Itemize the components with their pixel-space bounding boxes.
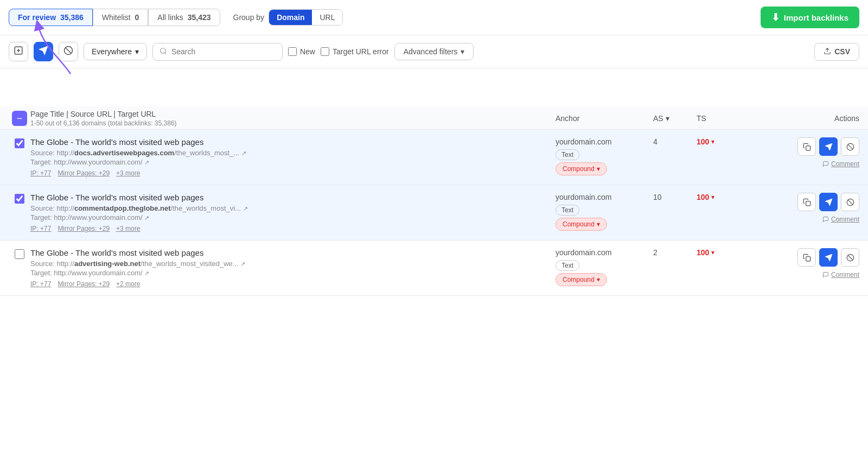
tab-whitelist[interactable]: Whitelist 0	[93, 9, 149, 26]
new-checkbox[interactable]	[288, 47, 297, 56]
send-btn-2[interactable]	[819, 248, 838, 267]
row-anchor-0: yourdomain.com Text Compound ▾	[556, 137, 653, 175]
row-checkbox-2[interactable]	[9, 248, 30, 259]
tab-all-links[interactable]: All links 35,423	[148, 9, 220, 26]
th-main: Page Title | Source URL | Target URL 1-5…	[30, 110, 556, 127]
comment-link-2[interactable]: Comment	[822, 271, 859, 279]
row-main-1: The Globe - The world's most visited web…	[30, 193, 556, 232]
row-title-0: The Globe - The world's most visited web…	[30, 137, 556, 147]
block-icon-btn[interactable]	[59, 42, 78, 61]
block-btn-0[interactable]	[841, 137, 859, 156]
send-icon	[39, 46, 48, 58]
row-as-2: 2	[653, 248, 697, 257]
tag-compound-1[interactable]: Compound ▾	[556, 218, 607, 231]
send-icon-btn[interactable]	[34, 42, 53, 61]
comment-label-1: Comment	[831, 216, 859, 223]
tab-for-review[interactable]: For review 35,386	[9, 9, 93, 26]
th-checkbox: −	[9, 111, 30, 126]
send-btn-0[interactable]	[819, 137, 838, 156]
more-link-2[interactable]: +2 more	[116, 280, 140, 288]
external-link-icon-target: ↗	[144, 270, 149, 276]
row-meta-0: IP: +77 Mirror Pages: +29 +3 more	[30, 169, 556, 177]
export-icon	[14, 46, 23, 58]
target-url-error-checkbox-label[interactable]: Target URL error	[321, 47, 389, 56]
comment-link-0[interactable]: Comment	[822, 160, 859, 168]
row-checkbox-0[interactable]	[9, 137, 30, 148]
th-ts: TS	[697, 114, 751, 123]
svg-line-4	[165, 52, 167, 54]
copy-btn-2[interactable]	[797, 248, 816, 267]
more-link-0[interactable]: +3 more	[116, 169, 140, 177]
comment-link-1[interactable]: Comment	[822, 216, 859, 223]
th-anchor: Anchor	[556, 114, 653, 123]
row-ts-0: 100 ▾	[697, 137, 751, 146]
filter-bar: Everywhere ▾ New Target URL error Advanc…	[0, 35, 868, 68]
actions-row-0	[797, 137, 859, 156]
target-url-error-checkbox[interactable]	[321, 47, 329, 56]
external-link-icon-target: ↗	[144, 214, 149, 221]
th-as[interactable]: AS ▾	[653, 114, 697, 123]
row-meta-2: IP: +77 Mirror Pages: +29 +2 more	[30, 280, 556, 288]
csv-export-btn[interactable]: CSV	[814, 43, 859, 61]
mirror-pages-link-1[interactable]: Mirror Pages: +29	[58, 225, 110, 232]
chevron-down-icon-compound: ▾	[597, 220, 600, 228]
row-title-1: The Globe - The world's most visited web…	[30, 193, 556, 202]
row-source-1: Source: http://commentadpop.theglobe.net…	[30, 204, 556, 212]
ts-chevron-2[interactable]: ▾	[711, 249, 714, 256]
ts-chevron-0[interactable]: ▾	[711, 138, 714, 146]
chevron-down-icon-as: ▾	[666, 114, 669, 123]
table-header: − Page Title | Source URL | Target URL 1…	[0, 106, 868, 130]
external-link-icon: ↗	[243, 205, 248, 212]
mirror-pages-link-2[interactable]: Mirror Pages: +29	[58, 280, 110, 288]
anchor-domain-2: yourdomain.com	[556, 248, 653, 257]
row-anchor-1: yourdomain.com Text Compound ▾	[556, 193, 653, 231]
svg-rect-5	[806, 146, 810, 150]
row-as-0: 4	[653, 137, 697, 146]
row-check-0[interactable]	[15, 138, 24, 148]
copy-btn-0[interactable]	[797, 137, 816, 156]
new-checkbox-label[interactable]: New	[288, 47, 315, 56]
advanced-filters-btn[interactable]: Advanced filters ▾	[394, 43, 474, 60]
row-target-0: Target: http://www.yourdomain.com/ ↗	[30, 158, 556, 166]
row-checkbox-1[interactable]	[9, 193, 30, 204]
row-source-0: Source: http://docs.advertisewebpages.co…	[30, 149, 556, 157]
group-url-btn[interactable]: URL	[312, 10, 342, 25]
anchor-domain-0: yourdomain.com	[556, 137, 653, 146]
svg-line-7	[848, 144, 853, 149]
tag-text-2: Text	[556, 260, 579, 271]
ip-link-1[interactable]: IP: +77	[30, 225, 51, 232]
copy-btn-1[interactable]	[797, 193, 816, 211]
row-source-2: Source: http://advertising-web.net/the_w…	[30, 260, 556, 268]
send-btn-1[interactable]	[819, 193, 838, 211]
ip-link-2[interactable]: IP: +77	[30, 280, 51, 288]
ts-value-0: 100	[697, 137, 709, 146]
more-link-1[interactable]: +3 more	[116, 225, 140, 232]
search-input[interactable]	[171, 47, 276, 56]
download-icon: ⬇	[771, 11, 780, 23]
block-btn-1[interactable]	[841, 193, 859, 211]
row-check-2[interactable]	[15, 249, 24, 259]
tag-text-0: Text	[556, 149, 579, 160]
row-as-1: 10	[653, 193, 697, 201]
everywhere-dropdown[interactable]: Everywhere ▾	[84, 43, 147, 60]
actions-row-2	[797, 248, 859, 267]
ip-link-0[interactable]: IP: +77	[30, 169, 51, 177]
group-domain-btn[interactable]: Domain	[269, 10, 312, 25]
ts-chevron-1[interactable]: ▾	[711, 193, 714, 201]
tag-compound-0[interactable]: Compound ▾	[556, 162, 607, 175]
upload-icon	[824, 47, 831, 56]
export-icon-btn[interactable]	[9, 42, 28, 61]
block-btn-2[interactable]	[841, 248, 859, 267]
table-row: The Globe - The world's most visited web…	[0, 185, 868, 241]
actions-inner-1: Comment	[797, 193, 859, 223]
import-backlinks-btn[interactable]: ⬇ Import backlinks	[761, 7, 859, 28]
tag-compound-2[interactable]: Compound ▾	[556, 273, 607, 286]
deselect-all-btn[interactable]: −	[12, 111, 27, 126]
row-meta-1: IP: +77 Mirror Pages: +29 +3 more	[30, 225, 556, 232]
table-row: The Globe - The world's most visited web…	[0, 130, 868, 185]
svg-line-13	[848, 255, 853, 260]
row-check-1[interactable]	[15, 194, 24, 204]
chevron-down-icon: ▾	[135, 47, 139, 56]
external-link-icon: ↗	[241, 150, 246, 156]
mirror-pages-link-0[interactable]: Mirror Pages: +29	[58, 169, 110, 177]
